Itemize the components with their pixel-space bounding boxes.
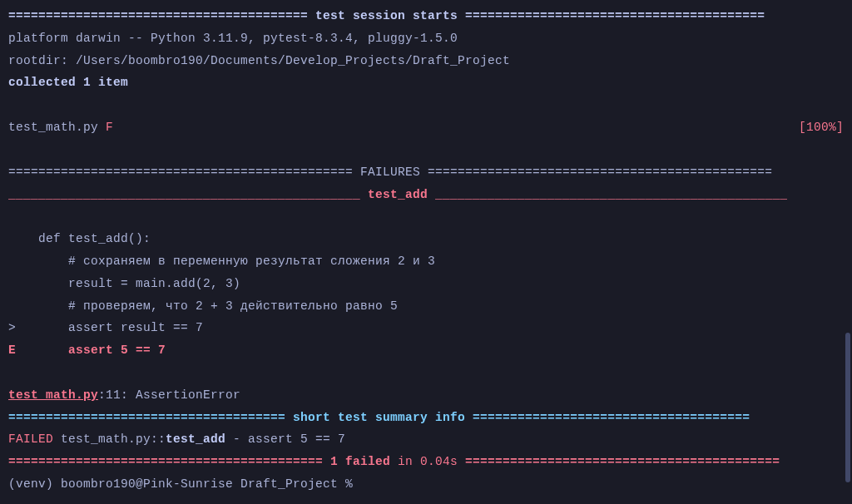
session-header: ========================================… [8,5,844,27]
platform-info: platform darwin -- Python 3.11.9, pytest… [8,27,844,50]
shell-prompt[interactable]: (venv) boombro190@Pink-Sunrise Draft_Pro… [8,473,844,496]
rootdir-info: rootdir: /Users/boombro190/Documents/Dev… [8,50,844,72]
test-name-header: ________________________________________… [8,184,844,206]
blank-3 [8,205,844,228]
final-summary: ========================================… [8,451,844,473]
code-line-5: > assert result == 7 [8,317,844,339]
error-location: test_math.py:11: AssertionError [8,384,844,407]
collected-count: collected 1 item [8,72,844,94]
code-line-4: # проверяем, что 2 + 3 действительно рав… [8,295,844,318]
code-line-error: E assert 5 == 7 [8,339,844,362]
code-line-2: # сохраняем в переменную результат сложе… [8,250,844,273]
code-line-3: result = main.add(2, 3) [8,273,844,295]
progress-percent: [100%] [799,116,844,139]
test-result-line: test_math.py F [100%] [8,116,844,139]
blank-2 [8,139,844,161]
scrollbar[interactable] [845,333,850,482]
code-line-1: def test_add(): [8,228,844,250]
failed-summary: FAILED test_math.py::test_add - assert 5… [8,428,844,451]
blank-4 [8,362,844,384]
failures-header: ========================================… [8,161,844,184]
blank-1 [8,94,844,116]
test-file: test_math.py [8,121,106,134]
summary-header: ===================================== sh… [8,407,844,429]
fail-marker: F [106,121,113,134]
